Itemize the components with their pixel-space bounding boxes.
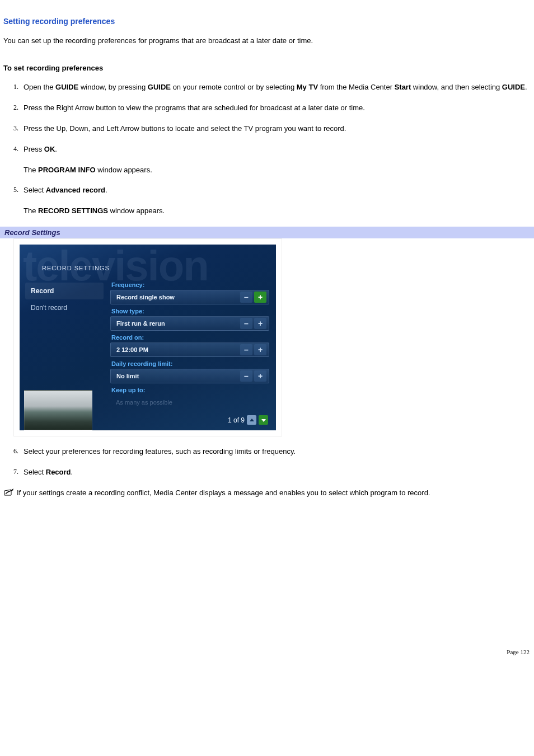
step-number: 5. (3, 185, 24, 217)
setting-label: Frequency: (111, 281, 269, 288)
step-text: Open the GUIDE window, by pressing GUIDE… (24, 82, 531, 93)
note-icon (3, 489, 15, 496)
step-number: 7. (3, 467, 24, 478)
step-1: 1. Open the GUIDE window, by pressing GU… (3, 82, 531, 93)
preview-thumbnail (24, 390, 92, 430)
setting-value: First run & rerun (116, 320, 240, 327)
page-up-button[interactable] (247, 415, 256, 425)
record-settings-heading: Record Settings (0, 227, 534, 238)
setting-label: Daily recording limit: (111, 360, 269, 367)
screen-title: RECORD SETTINGS (42, 265, 110, 271)
step-text: Select your preferences for recording fe… (24, 447, 531, 457)
step-number: 4. (3, 144, 24, 176)
setting-label: Keep up to: (111, 387, 269, 393)
group-daily-limit: Daily recording limit: No limit – + (110, 360, 269, 383)
increment-button[interactable]: + (254, 370, 266, 382)
steps-list-cont: 6. Select your preferences for recording… (3, 447, 531, 478)
intro-text: You can set up the recording preferences… (3, 36, 531, 46)
settings-column: Frequency: Record single show – + Show t… (110, 281, 269, 413)
increment-button[interactable]: + (254, 292, 266, 303)
setting-value: 2 12:00 PM (116, 346, 240, 353)
setting-row[interactable]: Record single show – + (110, 290, 269, 304)
sidebar-item-record[interactable]: Record (25, 283, 104, 299)
decrement-button[interactable]: – (240, 292, 252, 303)
sidebar-item-dont-record[interactable]: Don't record (25, 299, 104, 316)
step-3: 3. Press the Up, Down, and Left Arrow bu… (3, 124, 531, 134)
step-text: Select Advanced record. The RECORD SETTI… (24, 185, 531, 217)
group-frequency: Frequency: Record single show – + (110, 281, 269, 304)
step-text: Select Record. (24, 467, 531, 478)
steps-list: 1. Open the GUIDE window, by pressing GU… (3, 82, 531, 217)
pager: 1 of 9 (228, 415, 268, 425)
setting-label: Show type: (111, 308, 269, 314)
step-2: 2. Press the Right Arrow button to view … (3, 103, 531, 114)
setting-value: Record single show (116, 294, 240, 300)
setting-value: No limit (116, 373, 240, 379)
chevron-up-icon (249, 418, 255, 422)
page-down-button[interactable] (259, 415, 268, 425)
step-result: The RECORD SETTINGS window appears. (24, 206, 531, 217)
step-number: 2. (3, 103, 24, 114)
step-number: 1. (3, 82, 24, 93)
page-footer: Page 122 (0, 644, 534, 665)
decrement-button[interactable]: – (240, 318, 252, 329)
group-keep-up-to: Keep up to: As many as possible (110, 387, 269, 410)
setting-label: Record on: (111, 334, 269, 341)
step-6: 6. Select your preferences for recording… (3, 447, 531, 457)
pager-text: 1 of 9 (228, 416, 245, 424)
step-text: Press OK. The PROGRAM INFO window appear… (24, 144, 531, 176)
group-show-type: Show type: First run & rerun – + (110, 308, 269, 331)
step-5: 5. Select Advanced record. The RECORD SE… (3, 185, 531, 217)
sidebar: Record Don't record (25, 283, 104, 316)
step-4: 4. Press OK. The PROGRAM INFO window app… (3, 144, 531, 176)
step-text: Press the Right Arrow button to view the… (24, 103, 531, 114)
setting-row[interactable]: First run & rerun – + (110, 316, 269, 331)
group-record-on: Record on: 2 12:00 PM – + (110, 334, 269, 357)
record-settings-screenshot: television RECORD SETTINGS Record Don't … (13, 238, 282, 436)
step-result: The PROGRAM INFO window appears. (24, 165, 531, 176)
step-7: 7. Select Record. (3, 467, 531, 478)
setting-row[interactable]: 2 12:00 PM – + (110, 342, 269, 357)
setting-value: As many as possible (116, 399, 267, 406)
setting-row: As many as possible (110, 395, 269, 410)
chevron-down-icon (261, 418, 266, 422)
increment-button[interactable]: + (254, 318, 266, 329)
decrement-button[interactable]: – (240, 344, 252, 355)
step-text: Press the Up, Down, and Left Arrow butto… (24, 124, 531, 134)
subheading: To set recording preferences (3, 64, 531, 72)
note-text: If your settings create a recording conf… (17, 489, 430, 497)
setting-row[interactable]: No limit – + (110, 369, 269, 383)
increment-button[interactable]: + (254, 344, 266, 355)
decrement-button[interactable]: – (240, 370, 252, 382)
step-number: 6. (3, 447, 24, 457)
step-number: 3. (3, 124, 24, 134)
page-title: Setting recording preferences (3, 17, 531, 26)
